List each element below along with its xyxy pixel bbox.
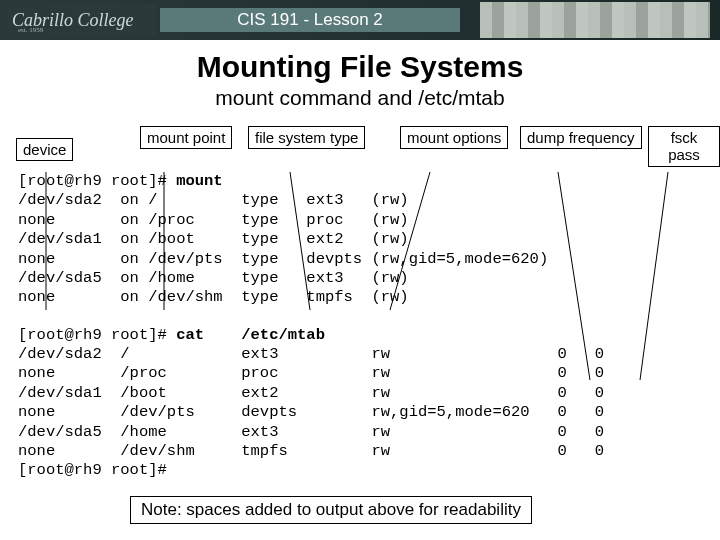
label-options: mount options — [400, 126, 508, 149]
header-photo — [480, 2, 710, 38]
terminal-block-mtab: [root@rh9 root]# cat /etc/mtab /dev/sda2… — [0, 322, 720, 481]
page-subtitle: mount command and /etc/mtab — [0, 86, 720, 110]
label-fsck: fsck pass — [648, 126, 720, 167]
course-title: CIS 191 - Lesson 2 — [237, 10, 383, 29]
label-mountpoint: mount point — [140, 126, 232, 149]
logo-est: est. 1959 — [18, 26, 43, 34]
label-dump: dump frequency — [520, 126, 642, 149]
label-device: device — [16, 138, 73, 161]
header-bar: Cabrillo College est. 1959 CIS 191 - Les… — [0, 0, 720, 40]
page-title: Mounting File Systems — [0, 50, 720, 84]
column-labels: device mount point file system type moun… — [0, 124, 720, 168]
college-logo: Cabrillo College est. 1959 — [6, 4, 156, 36]
course-title-strip: CIS 191 - Lesson 2 — [160, 8, 460, 32]
footnote: Note: spaces added to output above for r… — [130, 496, 532, 524]
label-fstype: file system type — [248, 126, 365, 149]
terminal-block-mount: [root@rh9 root]# mount /dev/sda2 on / ty… — [0, 168, 720, 308]
